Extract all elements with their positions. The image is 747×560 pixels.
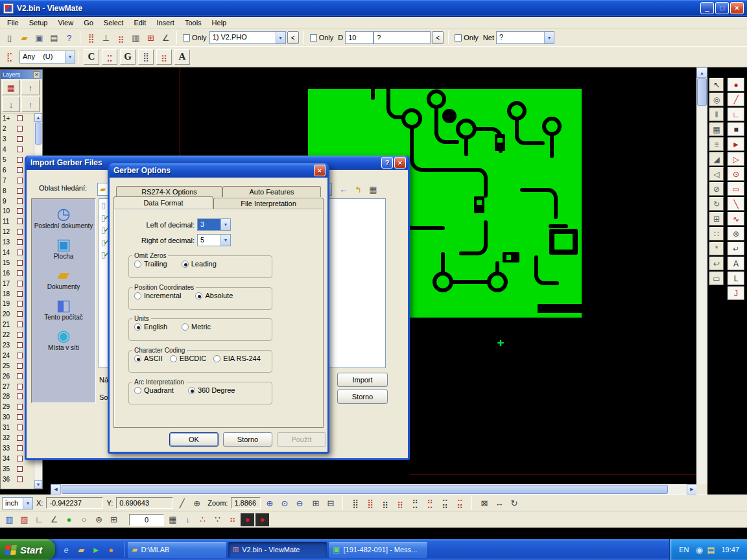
gerber-dialog-titlebar[interactable]: Gerber Options × <box>110 163 327 178</box>
player-quick-icon[interactable]: ► <box>90 544 102 555</box>
chevron-down-icon[interactable] <box>220 235 230 246</box>
layer-color-swatch[interactable] <box>17 281 23 286</box>
grid-off-icon[interactable]: ⊟ <box>324 496 337 509</box>
dots-pair-icon[interactable]: ⠶ <box>226 513 239 526</box>
layer-color-swatch[interactable] <box>17 115 23 121</box>
chevron-down-icon[interactable] <box>65 51 75 63</box>
grid-fine-icon[interactable]: ▦ <box>166 513 180 526</box>
only-net-checkbox[interactable]: Only <box>455 34 479 41</box>
origin-target-icon[interactable]: ⊕ <box>190 496 204 509</box>
layer-color-swatch[interactable] <box>17 414 23 420</box>
rotate-icon[interactable]: ↻ <box>709 197 724 211</box>
ok-button[interactable]: OK <box>169 432 219 447</box>
layer-color-swatch[interactable] <box>17 404 23 410</box>
tab-file-interpretation[interactable]: File Interpretation <box>213 198 324 209</box>
menu-item-file[interactable]: File <box>2 18 24 28</box>
layer-color-swatch[interactable] <box>17 384 23 390</box>
ie-quick-icon[interactable]: e <box>60 544 72 555</box>
radio-leading[interactable]: Leading <box>182 260 217 268</box>
scroll-track[interactable] <box>669 484 687 495</box>
radio-ebcdic[interactable]: EBCDIC <box>170 355 207 362</box>
redraw-icon[interactable]: ↻ <box>507 496 521 509</box>
pad-pattern-icon-4[interactable]: ⣶ <box>393 496 407 509</box>
rectangle-tool-icon[interactable]: ▭ <box>728 182 744 196</box>
corner-tool-icon[interactable]: ∟ <box>728 108 744 121</box>
layer-color-swatch[interactable] <box>17 321 23 327</box>
layer-color-swatch[interactable] <box>17 136 23 142</box>
film-blue-icon[interactable]: ▥ <box>3 513 16 526</box>
menu-item-edit[interactable]: Edit <box>128 18 151 28</box>
layer-color-swatch[interactable] <box>17 250 23 255</box>
tab-rs274x-options[interactable]: RS274-X Options <box>116 186 222 197</box>
dcode-input[interactable]: 10 <box>345 31 374 44</box>
dcode-table-icon[interactable]: ⣿ <box>84 31 98 44</box>
chevron-down-icon[interactable] <box>23 498 32 509</box>
folder-quick-icon[interactable]: ▰ <box>75 544 87 555</box>
asterisk-icon[interactable]: * <box>709 242 724 255</box>
pad-pattern-icon-5[interactable]: ⣛ <box>408 496 421 509</box>
layers-panel-header[interactable]: Layers × <box>1 70 42 79</box>
fill-mode-icon[interactable]: ▦ <box>709 122 724 136</box>
j-hook-tool-icon[interactable]: J <box>728 286 744 300</box>
a-code-button[interactable]: A <box>174 49 190 65</box>
triangle-tool-icon[interactable]: ▷ <box>728 152 744 166</box>
chevron-down-icon[interactable] <box>220 219 230 230</box>
array-icon[interactable]: ⊞ <box>709 212 724 226</box>
help-button[interactable]: ? <box>381 157 393 169</box>
context-help-icon[interactable]: ? <box>62 31 76 44</box>
horizontal-scrollbar[interactable] <box>51 484 697 495</box>
radio-eia-rs244[interactable]: EIA RS-244 <box>213 355 260 362</box>
pads-view-icon[interactable]: ◎ <box>709 93 724 106</box>
menu-item-select[interactable]: Select <box>99 18 129 28</box>
place-item[interactable]: ▰Dokumenty <box>32 266 95 290</box>
ruler-corner-icon[interactable]: ∟ <box>32 513 46 526</box>
menu-item-tools[interactable]: Tools <box>180 18 207 28</box>
tray-keyboard-icon[interactable]: ▤ <box>705 544 717 555</box>
select-cursor-icon[interactable]: ↖ <box>709 78 724 91</box>
checkbox-icon[interactable] <box>183 34 190 41</box>
layer-color-swatch[interactable] <box>17 373 23 379</box>
zoom-out-icon[interactable]: ⊖ <box>292 496 306 509</box>
menu-item-go[interactable]: Go <box>78 18 99 28</box>
dcode-query-input[interactable]: ? <box>374 31 431 44</box>
radio-trailing[interactable]: Trailing <box>134 260 167 268</box>
minimize-button[interactable]: _ <box>700 2 714 14</box>
checkbox-icon[interactable] <box>455 34 462 41</box>
layer-color-swatch[interactable] <box>17 178 23 183</box>
layer-color-swatch[interactable] <box>17 270 23 276</box>
pad-dot-icon-1[interactable]: ● <box>241 513 254 526</box>
layer-color-swatch[interactable] <box>17 291 23 297</box>
layer-color-swatch[interactable] <box>17 260 23 266</box>
maximize-button[interactable]: □ <box>715 2 729 14</box>
vertical-scrollbar[interactable] <box>696 67 707 495</box>
radio-icon-checked[interactable] <box>195 292 202 299</box>
place-item[interactable]: ▣Plocha <box>32 235 95 260</box>
dots-black-icon[interactable]: ∵ <box>211 513 224 526</box>
layer-color-swatch[interactable] <box>17 239 23 245</box>
layer-table-icon[interactable]: ▦ <box>2 80 20 95</box>
layer-color-swatch[interactable] <box>17 363 23 369</box>
scroll-down-icon[interactable] <box>34 480 42 489</box>
layer-color-swatch[interactable] <box>17 445 23 451</box>
ruler-angle-icon[interactable]: ∠ <box>47 513 61 526</box>
move-tool-icon[interactable]: ► <box>728 137 744 151</box>
open-folder-icon[interactable]: ▰ <box>18 31 31 44</box>
mirror-icon[interactable]: ◁ <box>709 167 724 181</box>
layer-color-swatch[interactable] <box>17 393 23 399</box>
radio-incremental[interactable]: Incremental <box>134 292 181 299</box>
parallel-lines-icon[interactable]: ‖ <box>709 108 724 121</box>
step-value[interactable]: 0 <box>129 514 164 526</box>
radio-icon[interactable] <box>134 261 141 268</box>
layer-color-swatch[interactable] <box>17 476 23 482</box>
radio-icon[interactable] <box>134 387 141 394</box>
chevron-down-icon[interactable] <box>276 32 285 43</box>
checkbox-icon[interactable] <box>310 34 317 41</box>
prev-dcode-button[interactable]: < <box>432 31 444 44</box>
dcode-highlight-icon[interactable]: ⣶ <box>114 31 128 44</box>
menu-item-insert[interactable]: Insert <box>151 18 180 28</box>
radio-icon-checked[interactable] <box>134 323 141 331</box>
layer-color-swatch[interactable] <box>17 208 23 214</box>
aperture-ruler-icon[interactable]: ⊥ <box>99 31 113 44</box>
return-tool-icon[interactable]: ↵ <box>728 242 744 255</box>
chevron-down-icon[interactable] <box>544 32 554 43</box>
